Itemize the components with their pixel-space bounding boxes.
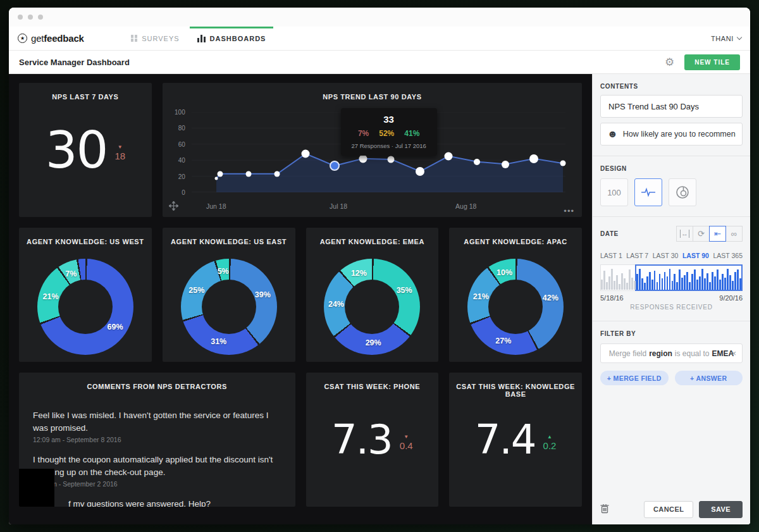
tile-nps-trend[interactable]: NPS TREND LAST 90 DAYS 020406080100 33 7… <box>163 83 582 217</box>
nps-delta: ▼ 18 <box>114 145 125 161</box>
cancel-button[interactable]: CANCEL <box>644 501 693 518</box>
anchor-end-icon[interactable]: ⇤ <box>709 226 726 242</box>
design-option-number[interactable]: 100 <box>600 178 628 206</box>
window-control-minimize-icon[interactable] <box>28 15 33 20</box>
donut-chart-apac[interactable]: 42%27%21%10% <box>467 259 564 355</box>
design-number-label: 100 <box>607 188 621 197</box>
trend-point[interactable] <box>474 159 480 165</box>
trend-point[interactable] <box>444 152 452 160</box>
tooltip-passives: 52% <box>379 129 394 138</box>
trash-icon[interactable] <box>600 504 609 516</box>
comment-text: I thought the coupon automatically appli… <box>33 454 281 478</box>
refresh-icon[interactable]: ⟳ <box>693 226 710 242</box>
add-answer-button[interactable]: + ANSWER <box>675 371 743 385</box>
fit-range-icon[interactable]: ↔ <box>676 226 693 242</box>
range-last-30[interactable]: LAST 30 <box>653 252 679 259</box>
responses-histogram[interactable] <box>600 264 743 291</box>
tile-nps-last-7-days[interactable]: NPS LAST 7 DAYS 30 ▼ 18 <box>19 83 152 217</box>
close-icon[interactable]: × <box>731 349 736 358</box>
donut-chart-icon <box>676 185 689 199</box>
trend-point[interactable] <box>275 171 280 176</box>
new-tile-button[interactable]: NEW TILE <box>684 54 740 70</box>
save-button[interactable]: SAVE <box>699 501 743 518</box>
trend-point[interactable] <box>529 154 538 163</box>
trend-point[interactable] <box>416 167 424 176</box>
smiley-face-icon: ☻ <box>607 129 618 139</box>
window-control-close-icon[interactable] <box>18 15 23 20</box>
range-last-7[interactable]: LAST 7 <box>626 252 648 259</box>
design-label: DESIGN <box>600 165 743 172</box>
tile-menu-ellipsis-icon[interactable]: ••• <box>564 206 574 216</box>
donut-slice-label: 24% <box>328 300 344 309</box>
tile-csat-knowledge-base[interactable]: CSAT THIS WEEK: KNOWLEDGE BASE 7.4 ▲ 0.2 <box>449 373 582 507</box>
tile-agent-knowledge-us-east[interactable]: AGENT KNOWLEDGE: US EAST 39%31%25%5% <box>163 228 295 362</box>
trend-point[interactable] <box>217 171 223 176</box>
trend-point[interactable] <box>359 154 367 163</box>
date-range-tabs: LAST 1 LAST 7 LAST 30 LAST 90 LAST 365 <box>600 252 743 259</box>
tile-csat-phone[interactable]: CSAT THIS WEEK: PHONE 7.3 ▼ 0.4 <box>306 373 439 507</box>
csat-phone-value: 7.3 <box>331 416 392 463</box>
add-merge-field-button[interactable]: + MERGE FIELD <box>600 371 669 385</box>
donut-slice-label: 35% <box>397 286 412 295</box>
range-last-1[interactable]: LAST 1 <box>600 252 622 259</box>
donut-chart-us-east[interactable]: 39%31%25%5% <box>181 259 277 355</box>
design-option-line-chart[interactable] <box>634 178 662 206</box>
tile-agent-knowledge-apac[interactable]: AGENT KNOWLEDGE: APAC 42%27%21%10% <box>449 228 582 362</box>
design-option-donut-chart[interactable] <box>669 178 696 206</box>
donut-slice-label: 21% <box>473 292 489 301</box>
filter-chip[interactable]: Merge field region is equal to EMEA × <box>600 343 743 363</box>
tile-title: AGENT KNOWLEDGE: APAC <box>449 228 582 245</box>
window-titlebar <box>9 8 750 27</box>
contents-label: CONTENTS <box>600 83 743 90</box>
page-header: Service Manager Dashboard ⚙ NEW TILE <box>9 51 750 74</box>
trend-y-axis: 020406080100 <box>169 112 185 192</box>
triangle-up-icon: ▲ <box>547 435 552 440</box>
gear-icon[interactable]: ⚙ <box>665 57 674 68</box>
tile-agent-knowledge-emea[interactable]: AGENT KNOWLEDGE: EMEA 35%29%24%12% <box>306 228 439 362</box>
trend-point-highlighted[interactable] <box>330 161 340 171</box>
tile-title: AGENT KNOWLEDGE: EMEA <box>306 228 439 245</box>
trend-point[interactable] <box>388 156 395 163</box>
infinity-icon[interactable]: ∞ <box>725 226 743 242</box>
donut-slice-label: 29% <box>366 338 381 347</box>
tab-surveys[interactable]: SURVEYS <box>122 27 188 50</box>
line-chart-icon <box>641 187 656 197</box>
filter-field: region <box>649 349 672 358</box>
trend-point[interactable] <box>302 150 310 158</box>
tile-title-input[interactable] <box>600 95 743 118</box>
range-start-date: 5/18/16 <box>600 294 624 302</box>
user-name: THANI <box>711 35 734 42</box>
tab-dashboards[interactable]: DASHBOARDS <box>188 27 275 50</box>
filter-prefix: Merge field <box>609 349 646 358</box>
trend-point[interactable] <box>560 161 565 166</box>
screenshot-artifact-overlay <box>19 469 54 507</box>
donut-slice-label: 10% <box>497 268 512 277</box>
tooltip-detractors: 7% <box>358 129 369 138</box>
tile-title: AGENT KNOWLEDGE: US WEST <box>19 228 152 245</box>
filter-value: EMEA <box>712 349 734 358</box>
trend-point[interactable] <box>502 161 509 168</box>
tooltip-promoters: 41% <box>404 129 419 138</box>
donut-chart-us-west[interactable]: 69%21%7% <box>37 259 133 355</box>
move-icon[interactable] <box>169 201 178 213</box>
question-selector[interactable]: ☻ How likely are you to recommend u… <box>600 123 743 145</box>
tile-comments-nps-detractors[interactable]: COMMENTS FROM NPS DETRACTORS Feel like I… <box>19 373 295 507</box>
trend-point[interactable] <box>245 171 251 176</box>
range-last-90[interactable]: LAST 90 <box>682 252 709 259</box>
trend-tooltip: 33 7% 52% 41% 27 Responses · Jul 17 2016 <box>341 108 437 156</box>
donut-slice-label: 31% <box>211 337 226 346</box>
filter-by-label: FILTER BY <box>600 330 743 337</box>
tile-title: AGENT KNOWLEDGE: US EAST <box>163 228 295 245</box>
comment-timestamp: 12:09 am - September 8 2016 <box>33 436 281 443</box>
page-title: Service Manager Dashboard <box>19 58 130 67</box>
range-last-365[interactable]: LAST 365 <box>713 252 743 259</box>
getfeedback-logo[interactable]: ★ getfeedback <box>18 27 84 50</box>
comment-text: Feel like I was misled. I haven't gotten… <box>33 409 281 434</box>
window-control-zoom-icon[interactable] <box>38 15 43 20</box>
chevron-down-icon <box>737 35 742 40</box>
filter-operator: is equal to <box>675 349 710 358</box>
user-menu[interactable]: THANI <box>711 27 741 50</box>
donut-chart-emea[interactable]: 35%29%24%12% <box>324 259 420 355</box>
trend-point[interactable] <box>214 177 218 180</box>
tile-agent-knowledge-us-west[interactable]: AGENT KNOWLEDGE: US WEST 69%21%7% <box>19 228 152 362</box>
